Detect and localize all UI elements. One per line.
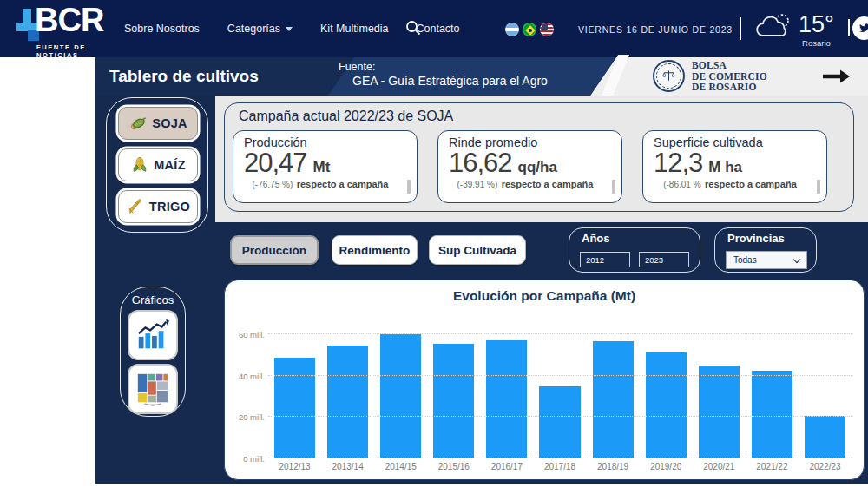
corn-icon <box>130 155 149 175</box>
bar-2017/18[interactable] <box>539 386 580 458</box>
year-from-input[interactable] <box>580 252 630 267</box>
x-tick-label: 2021/22 <box>752 462 792 471</box>
nav-item-categorias[interactable]: Categorías <box>227 23 293 35</box>
bar-column <box>539 324 580 458</box>
years-label: Años <box>582 232 610 245</box>
date-display: VIERNES 16 DE JUNIO DE 2023 <box>573 24 738 35</box>
logo-text: BCR <box>35 2 103 39</box>
chart-plot: 0 mill.20 mill.40 mill.60 mill. <box>268 324 852 458</box>
bar-column <box>805 324 845 458</box>
dashboard: Tablero de cultivos Fuente: GEA - Guía E… <box>95 57 868 484</box>
chart-type-panel: Gráficos <box>120 287 186 417</box>
x-tick-label: 2017/18 <box>539 462 580 471</box>
bar-column <box>699 324 740 458</box>
org-name: BOLSA DE COMERCIO DE ROSARIO <box>692 60 767 93</box>
bar-column <box>486 324 527 458</box>
bar-2019/20[interactable] <box>646 352 687 458</box>
weather-city: Rosario <box>799 38 834 48</box>
bar-2021/22[interactable] <box>752 371 792 458</box>
source-label: Fuente: <box>339 61 548 73</box>
bar-2022/23[interactable] <box>805 416 845 458</box>
x-tick-label: 2020/21 <box>699 462 740 471</box>
bar-column <box>380 324 421 458</box>
bar-2016/17[interactable] <box>486 340 527 458</box>
next-arrow-icon[interactable] <box>823 69 851 84</box>
cloud-icon <box>753 11 795 43</box>
wheat-icon <box>126 197 145 216</box>
y-tick-label: 60 mill. <box>228 329 265 339</box>
dashboard-header: Tablero de cultivos Fuente: GEA - Guía E… <box>95 57 868 96</box>
crop-button-maiz[interactable]: MAÍZ <box>118 148 198 181</box>
chart-type-label: Gráficos <box>121 293 185 306</box>
x-tick-label: 2013/14 <box>327 462 368 471</box>
kpi-unit: qq/ha <box>518 159 557 176</box>
crop-button-soja[interactable]: SOJA <box>118 107 198 140</box>
metric-button-sup-cultivada[interactable]: Sup Cultivada <box>429 235 526 265</box>
page-title: Tablero de cultivos <box>109 57 259 96</box>
kpi-region: Campaña actual 2022/23 de SOJA Producció… <box>215 96 868 222</box>
source-value: GEA - Guía Estratégica para el Agro <box>339 74 548 88</box>
bar-2013/14[interactable] <box>327 346 368 458</box>
source-block: Fuente: GEA - Guía Estratégica para el A… <box>339 61 548 88</box>
kpi-delta: (-86.01 % respecto a campaña 21/22 <box>654 178 806 193</box>
kpi-unit: Mt <box>313 159 331 176</box>
gridline: 20 mill. <box>268 416 852 417</box>
chart-panel: Evolución por Campaña (Mt) 0 mill.20 mil… <box>224 280 865 480</box>
bar-column <box>646 324 687 458</box>
x-tick-label: 2012/13 <box>274 462 315 471</box>
bar-chart-icon <box>135 317 171 353</box>
gridline: 60 mill. <box>268 333 852 334</box>
provinces-label: Provincias <box>727 232 785 245</box>
bar-column <box>327 324 368 458</box>
metric-button-produccion[interactable]: Producción <box>230 235 319 265</box>
divider <box>848 19 850 36</box>
x-tick-label: 2019/20 <box>646 462 687 471</box>
years-filter-panel: Años <box>569 227 700 273</box>
x-tick-label: 2016/17 <box>486 462 527 471</box>
divider <box>740 17 741 40</box>
crop-selector-panel: SOJA MAÍZ <box>106 97 208 233</box>
crop-button-trigo[interactable]: TRIGO <box>118 190 198 223</box>
bar-2014/15[interactable] <box>380 334 421 458</box>
nav-item-kit-multimedia[interactable]: Kit Multimedia <box>320 23 389 35</box>
kpi-card-superficie: Superficie cultivada 12,3 M ha (-86.01 %… <box>642 130 827 203</box>
bar-2020/21[interactable] <box>699 366 740 458</box>
kpi-value: 20,47 <box>244 148 307 179</box>
kpi-card-produccion: Producción 20,47 Mt (-76.75 %) respecto … <box>233 130 418 203</box>
bar-2015/16[interactable] <box>433 344 474 458</box>
kpi-value: 16,62 <box>449 148 512 179</box>
year-to-input[interactable] <box>639 252 689 267</box>
x-tick-label: 2018/19 <box>593 462 634 471</box>
scrollbar-thumb[interactable] <box>817 180 820 194</box>
flag-argentina-icon[interactable] <box>505 23 519 36</box>
kpi-card-rinde: Rinde promedio 16,62 qq/ha (-39.91 %) re… <box>437 130 622 203</box>
kpi-unit: M ha <box>708 159 742 176</box>
treemap-icon <box>135 371 171 407</box>
nav-item-contacto[interactable]: Contacto <box>417 23 460 35</box>
provinces-filter-panel: Provincias Todas <box>714 227 817 273</box>
scrollbar-thumb[interactable] <box>612 180 615 194</box>
kpi-value: 12,3 <box>654 148 702 179</box>
page: BCR FUENTE DE NOTICIAS Sobre Nosotros Ca… <box>0 0 868 494</box>
twitter-icon[interactable] <box>852 16 868 40</box>
bcr-logo[interactable]: BCR FUENTE DE NOTICIAS <box>16 3 128 56</box>
search-icon[interactable] <box>405 20 421 36</box>
nav-item-sobre-nosotros[interactable]: Sobre Nosotros <box>124 23 200 35</box>
flag-usa-icon[interactable] <box>540 23 554 36</box>
metric-button-rendimiento[interactable]: Rendimiento <box>332 235 418 265</box>
gridline: 0 mill. <box>268 458 852 458</box>
chart-title: Evolución por Campaña (Mt) <box>225 288 864 304</box>
soy-icon <box>128 114 148 133</box>
temperature: 15° <box>799 11 834 37</box>
provinces-select[interactable]: Todas <box>726 251 807 269</box>
scrollbar-thumb[interactable] <box>407 180 411 194</box>
x-axis-labels: 2012/132013/142014/152015/162016/172017/… <box>268 462 852 471</box>
kpi-panel-title: Campaña actual 2022/23 de SOJA <box>239 109 453 124</box>
treemap-view-button[interactable] <box>129 366 176 412</box>
bar-2018/19[interactable] <box>593 341 634 458</box>
x-tick-label: 2022/23 <box>805 462 845 471</box>
flag-brasil-icon[interactable] <box>523 23 536 36</box>
bar-2012/13[interactable] <box>274 358 315 458</box>
bar-chart-view-button[interactable] <box>129 312 176 359</box>
x-tick-label: 2014/15 <box>380 462 421 471</box>
